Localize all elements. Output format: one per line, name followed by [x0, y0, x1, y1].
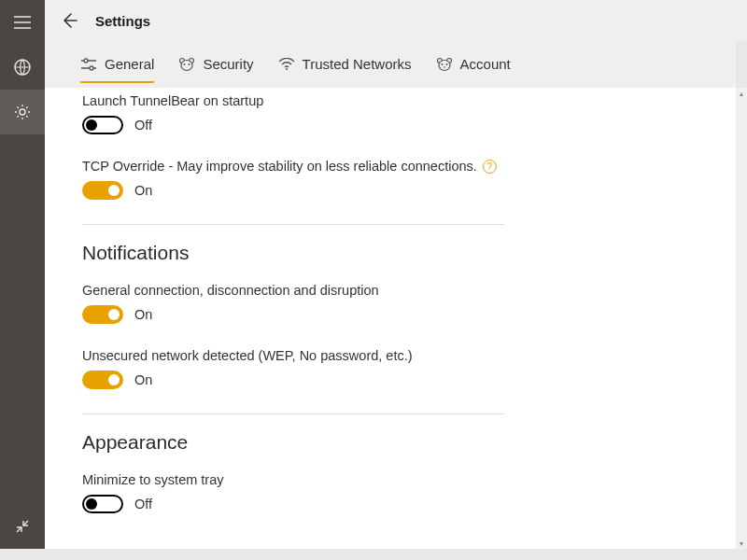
divider [82, 413, 504, 414]
bear-shield-icon [178, 56, 195, 73]
setting-label: TCP Override - May improve stability on … [82, 159, 504, 174]
sliders-icon [80, 56, 97, 73]
tab-label: Account [460, 56, 511, 72]
section-title-appearance: Appearance [82, 431, 504, 454]
setting-general-connection: General connection, disconnection and di… [82, 283, 504, 324]
toggle-state: Off [134, 118, 152, 133]
page-title: Settings [95, 13, 150, 29]
tab-label: Security [203, 56, 253, 72]
setting-label: Unsecured network detected (WEP, No pass… [82, 348, 504, 363]
setting-label: General connection, disconnection and di… [82, 283, 504, 298]
content-inner: Launch TunnelBear on startup Off TCP Ove… [82, 93, 504, 513]
toggle-general-connection[interactable] [82, 305, 123, 324]
setting-label: Minimize to system tray [82, 472, 504, 487]
setting-minimize-tray: Minimize to system tray Off [82, 472, 504, 513]
svg-point-13 [441, 63, 443, 65]
section-title-notifications: Notifications [82, 242, 504, 264]
tab-trusted-networks[interactable]: Trusted Networks [278, 47, 412, 82]
svg-point-7 [184, 63, 186, 65]
header: Settings [45, 0, 747, 41]
toggle-state: On [134, 372, 152, 387]
setting-label: Launch TunnelBear on startup [82, 93, 504, 108]
sidebar-item-settings[interactable] [0, 90, 45, 134]
tab-general[interactable]: General [80, 47, 154, 82]
svg-point-1 [20, 109, 25, 115]
scroll-up-icon[interactable]: ▴ [736, 88, 747, 99]
svg-point-3 [90, 66, 93, 70]
help-icon[interactable]: ? [483, 160, 497, 174]
hamburger-icon [14, 16, 31, 29]
divider [82, 224, 504, 225]
scroll-down-icon[interactable]: ▾ [736, 538, 747, 549]
globe-icon [14, 59, 31, 76]
tab-account[interactable]: Account [436, 47, 511, 82]
setting-launch-startup: Launch TunnelBear on startup Off [82, 93, 504, 134]
settings-content: Launch TunnelBear on startup Off TCP Ove… [45, 88, 736, 549]
tab-label: Trusted Networks [303, 56, 412, 72]
toggle-tcp-override[interactable] [82, 181, 123, 200]
scrollbar[interactable]: ▴ ▾ [736, 88, 747, 549]
tabs: General Security Trusted Networks Accoun… [45, 41, 736, 88]
svg-point-14 [445, 63, 447, 65]
back-arrow-icon [60, 11, 78, 30]
menu-button[interactable] [0, 0, 45, 45]
back-button[interactable] [58, 9, 80, 32]
svg-point-12 [439, 60, 450, 70]
setting-tcp-override: TCP Override - May improve stability on … [82, 159, 504, 200]
svg-point-2 [84, 59, 88, 63]
toggle-state: On [134, 183, 152, 198]
svg-point-6 [181, 60, 192, 70]
toggle-unsecured-network[interactable] [82, 371, 123, 389]
toggle-state: Off [134, 497, 152, 511]
setting-unsecured-network: Unsecured network detected (WEP, No pass… [82, 348, 504, 389]
tab-security[interactable]: Security [178, 47, 253, 82]
bear-icon [436, 56, 453, 73]
tab-label: General [105, 56, 154, 72]
svg-point-8 [189, 63, 190, 65]
toggle-launch-startup[interactable] [82, 116, 123, 134]
gear-icon [14, 104, 31, 120]
sidebar-item-collapse[interactable] [0, 504, 45, 549]
wifi-icon [278, 56, 295, 73]
sidebar [0, 0, 45, 549]
svg-point-9 [286, 68, 288, 70]
sidebar-item-world[interactable] [0, 45, 45, 90]
toggle-minimize-tray[interactable] [82, 495, 123, 513]
toggle-state: On [134, 307, 152, 322]
collapse-icon [15, 519, 30, 534]
